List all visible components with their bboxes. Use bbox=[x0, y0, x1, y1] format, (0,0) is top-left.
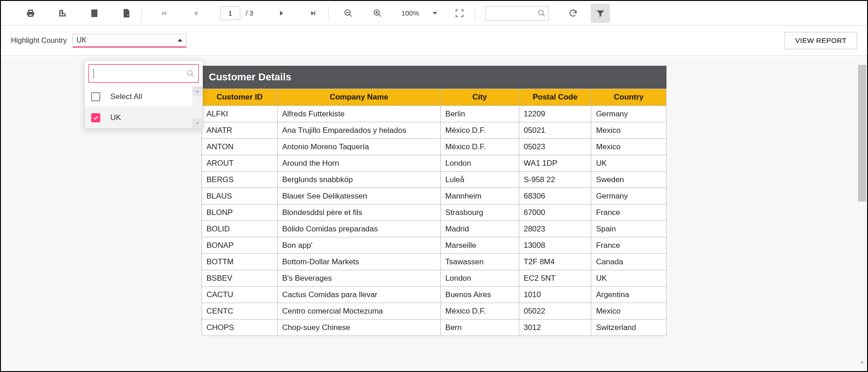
table-cell: Mexico bbox=[591, 139, 666, 155]
table-cell: B's Beverages bbox=[277, 270, 440, 287]
parameters-toggle-button[interactable] bbox=[591, 4, 610, 23]
table-header-row: Customer ID Company Name City Postal Cod… bbox=[202, 89, 666, 106]
table-cell: London bbox=[440, 155, 519, 172]
country-dropdown-panel: Select All UK bbox=[84, 60, 203, 129]
scroll-up-arrow[interactable] bbox=[192, 86, 202, 96]
dropdown-item-label: UK bbox=[110, 113, 121, 122]
column-header: Customer ID bbox=[202, 89, 278, 106]
table-cell: Madrid bbox=[440, 221, 519, 237]
table-cell: Argentina bbox=[591, 287, 666, 303]
table-cell: CHOPS bbox=[202, 320, 278, 336]
first-page-button[interactable] bbox=[155, 4, 174, 23]
table-cell: 12209 bbox=[519, 106, 591, 122]
highlight-country-select[interactable]: UK bbox=[72, 34, 186, 47]
next-page-button[interactable] bbox=[272, 4, 291, 23]
refresh-button[interactable] bbox=[563, 4, 583, 23]
table-cell: Bólido Comidas preparadas bbox=[277, 221, 440, 237]
page-settings-button[interactable] bbox=[117, 4, 136, 23]
table-row: BLONPBlondesddsl père et filsStrasbourg6… bbox=[202, 204, 666, 221]
dropdown-option[interactable]: UK bbox=[85, 107, 202, 128]
dropdown-select-all[interactable]: Select All bbox=[85, 86, 202, 107]
table-cell: Bern bbox=[440, 320, 519, 336]
vertical-scrollbar[interactable] bbox=[858, 61, 866, 367]
table-cell: WA1 1DP bbox=[519, 155, 591, 172]
svg-point-5 bbox=[127, 15, 128, 16]
table-cell: 67000 bbox=[519, 204, 591, 221]
table-cell: BOTTM bbox=[202, 254, 278, 270]
table-cell: 68306 bbox=[519, 188, 591, 204]
table-row: BLAUSBlauer See DelikatessenMannheim6830… bbox=[202, 188, 666, 204]
table-cell: ALFKI bbox=[202, 106, 278, 122]
report-title: Customer Details bbox=[202, 66, 666, 89]
table-cell: EC2 5NT bbox=[519, 270, 591, 287]
table-cell: 05023 bbox=[519, 139, 591, 155]
table-cell: Chop-suey Chinese bbox=[277, 320, 440, 336]
dropdown-scrollbar[interactable] bbox=[192, 86, 202, 128]
toolbar-search-box[interactable] bbox=[485, 6, 549, 21]
table-cell: T2F 8M4 bbox=[519, 254, 591, 270]
table-cell: 13008 bbox=[519, 237, 591, 254]
table-cell: Ana Trujillo Emparedados y helados bbox=[277, 122, 440, 139]
dropdown-search-input[interactable] bbox=[93, 70, 183, 78]
caret-up-icon bbox=[178, 39, 182, 42]
table-row: CACTUCactus Comidas para llevarBuenos Ai… bbox=[202, 287, 666, 303]
table-cell: Bon app' bbox=[277, 237, 440, 254]
table-cell: 05021 bbox=[519, 122, 591, 139]
prev-page-button[interactable] bbox=[186, 4, 206, 23]
toolbar: / 3 100% bbox=[1, 1, 867, 26]
table-cell: 28023 bbox=[519, 221, 591, 237]
table-row: BERGSBerglunds snabbköpLuleåS-958 22Swed… bbox=[202, 172, 666, 188]
table-cell: Buenos Aires bbox=[440, 287, 519, 303]
caret-down-icon bbox=[433, 12, 437, 15]
table-cell: CACTU bbox=[202, 287, 278, 303]
table-row: ALFKIAlfreds FutterkisteBerlin12209Germa… bbox=[202, 106, 666, 122]
page-layout-button[interactable] bbox=[85, 4, 104, 23]
fit-page-button[interactable] bbox=[450, 4, 469, 23]
print-button[interactable] bbox=[21, 4, 40, 23]
table-cell: Bottom-Dollar Markets bbox=[277, 254, 440, 270]
separator bbox=[475, 5, 475, 21]
table-row: ANTONAntonio Moreno TaqueríaMéxico D.F.0… bbox=[202, 139, 666, 155]
search-icon bbox=[537, 9, 546, 17]
export-button[interactable] bbox=[53, 4, 72, 23]
table-cell: Centro comercial Moctezuma bbox=[277, 303, 440, 320]
table-cell: ANTON bbox=[202, 139, 278, 155]
dropdown-search-box[interactable] bbox=[88, 64, 199, 83]
column-header: City bbox=[440, 89, 519, 106]
page-total-label: / 3 bbox=[246, 9, 253, 17]
zoom-level-select[interactable]: 100% bbox=[399, 9, 440, 17]
table-cell: Alfreds Futterkiste bbox=[277, 106, 440, 122]
table-cell: Sweden bbox=[591, 172, 666, 188]
parameter-bar: Highlight Country UK VIEW REPORT bbox=[1, 26, 867, 56]
column-header: Company Name bbox=[277, 89, 440, 106]
table-cell: Berlin bbox=[440, 106, 519, 122]
table-cell: BONAP bbox=[202, 237, 278, 254]
table-cell: BLONP bbox=[202, 204, 278, 221]
page-number-input[interactable] bbox=[220, 6, 240, 20]
table-cell: UK bbox=[591, 155, 666, 172]
parameter-label: Highlight Country bbox=[11, 37, 67, 45]
separator bbox=[328, 5, 329, 21]
table-cell: BLAUS bbox=[202, 188, 278, 204]
table-cell: Mannheim bbox=[440, 188, 519, 204]
scrollbar-thumb[interactable] bbox=[858, 65, 866, 202]
customer-table: Customer ID Company Name City Postal Cod… bbox=[202, 89, 666, 336]
table-cell: México D.F. bbox=[440, 122, 519, 139]
dropdown-item-label: Select All bbox=[110, 92, 142, 101]
table-cell: Cactus Comidas para llevar bbox=[277, 287, 440, 303]
toolbar-search-input[interactable] bbox=[489, 10, 535, 17]
zoom-out-button[interactable] bbox=[339, 4, 358, 23]
table-cell: S-958 22 bbox=[519, 172, 591, 188]
table-cell: BSBEV bbox=[202, 270, 278, 287]
scroll-down-arrow[interactable] bbox=[858, 358, 866, 367]
table-cell: Switzerland bbox=[591, 320, 666, 336]
last-page-button[interactable] bbox=[304, 4, 323, 23]
table-cell: UK bbox=[591, 270, 666, 287]
search-icon bbox=[186, 69, 195, 78]
zoom-in-button[interactable] bbox=[368, 4, 387, 23]
table-row: BONAPBon app'Marseille13008France bbox=[202, 237, 666, 254]
scroll-down-arrow[interactable] bbox=[192, 118, 202, 128]
table-cell: Strasbourg bbox=[440, 204, 519, 221]
table-cell: Mexico bbox=[591, 303, 666, 320]
view-report-button[interactable]: VIEW REPORT bbox=[785, 32, 857, 49]
